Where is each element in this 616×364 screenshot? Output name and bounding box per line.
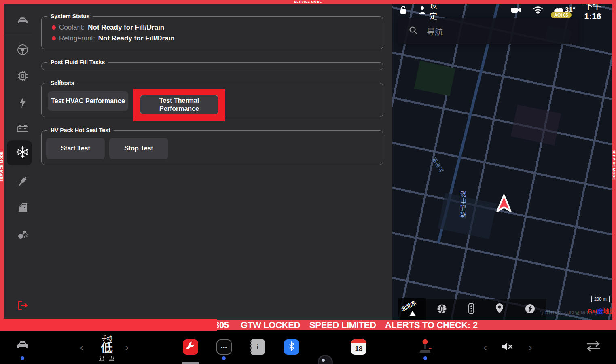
aqi-badge: AQI 65 — [551, 12, 572, 18]
service-app-button[interactable] — [183, 339, 198, 355]
sidebar-item-high-voltage[interactable] — [13, 95, 33, 111]
driver-profile-icon[interactable] — [418, 6, 426, 15]
map-compass-button[interactable]: 北北东 — [398, 298, 426, 320]
suspension-icon — [17, 175, 29, 189]
alert-item[interactable]: ALERTS TO CHECK: 2 — [385, 320, 478, 330]
sidebar-item-closures[interactable] — [13, 200, 33, 216]
status-dot-red — [52, 25, 56, 30]
sidebar-item-thermal[interactable] — [13, 145, 33, 161]
sidebar-item-computer[interactable] — [13, 69, 33, 85]
stop-test-button[interactable]: Stop Test — [109, 138, 168, 159]
all-apps-button[interactable]: ••• — [216, 339, 232, 355]
search-placeholder: 导航 — [427, 25, 443, 37]
notification-dot — [423, 356, 427, 360]
screen: System Status Coolant: Not Ready for Fil… — [0, 0, 616, 364]
compass-arrow-icon — [409, 311, 416, 316]
service-mode-top-border: SERVICE MODE — [0, 0, 616, 4]
search-icon — [409, 26, 418, 36]
notification-dot — [21, 356, 24, 360]
map-roads-grid — [392, 4, 612, 320]
test-hvac-performance-button[interactable]: Test HVAC Performance — [48, 91, 128, 111]
notebook-spiral — [250, 341, 252, 353]
service-mode-label: SERVICE MODE — [612, 150, 616, 180]
alert-item: GTW LOCKED — [241, 320, 300, 330]
info-icon: i — [256, 343, 258, 351]
section-title: HV Pack Hot Seal Test — [47, 127, 114, 133]
route-swap-button[interactable] — [586, 341, 601, 354]
bluetooth-icon — [288, 341, 295, 353]
sidebar-item-chassis[interactable] — [13, 174, 33, 190]
sidebar-item-restraints[interactable] — [13, 226, 33, 243]
notification-dot — [222, 356, 226, 360]
media-next-button[interactable]: › — [529, 343, 532, 353]
volume-mute-button[interactable] — [501, 341, 514, 353]
chip-icon — [17, 70, 29, 84]
section-title: Post Fluid Fill Tasks — [47, 59, 108, 66]
swap-arrows-icon — [586, 341, 601, 354]
map-status-bar: 设定 31° 下午1:16 AQI 65 — [396, 5, 610, 15]
status-value: Not Ready for Fill/Drain — [98, 34, 175, 42]
logout-button[interactable] — [13, 298, 33, 314]
snowflake-icon — [16, 145, 30, 161]
owners-manual-app-button[interactable]: i — [251, 339, 265, 355]
active-app-indicator[interactable] — [182, 362, 199, 364]
calendar-app-button[interactable]: 18 — [351, 339, 366, 355]
navigation-map[interactable] — [392, 4, 612, 320]
joystick-icon — [418, 339, 433, 356]
sidebar-item-battery[interactable] — [13, 121, 33, 138]
media-previous-button[interactable]: ‹ — [484, 343, 487, 353]
baidu-logo-text: Bai — [588, 308, 597, 315]
ellipsis-icon: ••• — [221, 344, 228, 350]
status-dot-red — [52, 36, 56, 40]
map-search-input[interactable]: 导航 — [398, 18, 578, 44]
traffic-light-button[interactable] — [468, 303, 474, 316]
dashcam-icon[interactable] — [511, 6, 521, 14]
sidebar-item-driving[interactable] — [13, 42, 33, 59]
car-icon — [15, 339, 31, 353]
test-thermal-performance-button[interactable]: Test Thermal Performance — [140, 95, 218, 114]
front-defrost-icon[interactable] — [99, 356, 105, 363]
section-title: Selftests — [47, 80, 77, 86]
status-row-refrigerant: Refrigerant: Not Ready for Fill/Drain — [52, 34, 175, 42]
climate-mode-label: 手动 — [95, 334, 118, 341]
arcade-app-button[interactable] — [418, 339, 433, 356]
speaker-muted-icon — [501, 341, 514, 353]
door-icon — [17, 202, 29, 215]
camera-app-button[interactable] — [318, 355, 333, 364]
baidu-maps-logo: Bai度地图 — [588, 307, 615, 315]
vehicle-controls-button[interactable] — [15, 339, 31, 353]
climate-control[interactable]: 手动 低 — [95, 334, 118, 363]
hv-pack-hot-seal-test-section: HV Pack Hot Seal Test Start Test Stop Te… — [41, 130, 383, 165]
alert-item: SPEED LIMITED — [309, 320, 376, 330]
climate-temp-up-button[interactable]: › — [125, 343, 128, 353]
service-mode-label: SERVICE MODE — [294, 0, 322, 4]
climate-temp-label: 低 — [95, 341, 118, 354]
climate-temp-down-button[interactable]: ‹ — [80, 343, 83, 353]
battery-icon — [16, 124, 29, 135]
charging-stations-button[interactable] — [525, 303, 536, 316]
status-label: Refrigerant: — [59, 34, 95, 42]
start-test-button[interactable]: Start Test — [46, 138, 105, 159]
car-icon — [16, 16, 30, 28]
sidebar-divider — [6, 34, 32, 34]
map-controls-bar — [426, 299, 546, 320]
system-status-section: System Status Coolant: Not Ready for Fil… — [41, 16, 383, 49]
sidebar-item-vehicle[interactable] — [13, 14, 33, 30]
logout-icon — [17, 300, 28, 312]
map-scale-bar: 200 m — [591, 296, 610, 302]
status-label: Coolant: — [59, 23, 85, 32]
map-style-globe-button[interactable] — [436, 303, 447, 316]
section-title: System Status — [47, 13, 93, 19]
wifi-icon[interactable] — [533, 6, 543, 14]
rear-defrost-icon[interactable] — [108, 356, 115, 363]
service-sidebar — [4, 4, 35, 320]
vehicle-location-arrow — [495, 193, 513, 216]
lens-highlight — [322, 359, 325, 362]
baidu-logo-text: 度 — [597, 308, 603, 315]
map-pin-button[interactable] — [495, 303, 504, 316]
calendar-day-label: 18 — [351, 343, 366, 355]
map-road-label: 皖武中路 — [459, 190, 468, 218]
bottom-taskbar: ‹ 手动 低 › ••• i 18 — [0, 330, 616, 364]
bluetooth-app-button[interactable] — [284, 339, 299, 355]
unlock-icon[interactable] — [399, 5, 408, 15]
